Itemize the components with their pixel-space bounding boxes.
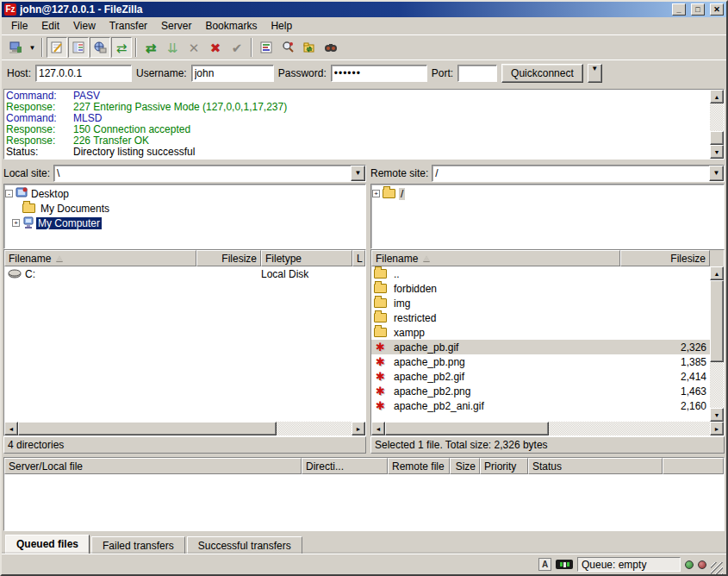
file-row[interactable]: img	[371, 296, 710, 310]
toggle-log-button[interactable]	[47, 37, 67, 58]
column-header-filename[interactable]: Filename	[371, 250, 620, 266]
scroll-right-button[interactable]: ►	[710, 422, 724, 435]
scroll-thumb[interactable]	[385, 422, 549, 435]
queue-body[interactable]	[4, 474, 724, 530]
scroll-thumb[interactable]	[18, 422, 277, 435]
column-header-size[interactable]: Size	[450, 458, 480, 474]
sync-browsing-button[interactable]	[299, 37, 320, 58]
menu-item-view[interactable]: View	[67, 18, 102, 34]
message-log[interactable]: Command:PASV Response:227 Entering Passi…	[4, 90, 710, 159]
local-site-combo[interactable]: \ ▼	[53, 165, 366, 182]
scroll-down-button[interactable]: ▼	[710, 145, 724, 159]
chevron-down-icon[interactable]: ▼	[351, 166, 365, 181]
tree-item-root[interactable]: + /	[372, 186, 723, 201]
log-vertical-scrollbar[interactable]: ▲ ▼	[710, 90, 724, 159]
compare-button[interactable]	[277, 37, 298, 58]
remote-tree[interactable]: + /	[370, 184, 725, 249]
tab-failed-transfers[interactable]: Failed transfers	[91, 536, 185, 554]
local-horizontal-scrollbar[interactable]: ◄ ►	[4, 422, 365, 435]
scroll-right-button[interactable]: ►	[352, 422, 365, 435]
scroll-thumb[interactable]	[710, 131, 724, 145]
file-row[interactable]: ✱apache_pb2.png1,463	[371, 384, 710, 398]
site-manager-button[interactable]	[5, 37, 26, 58]
scroll-up-button[interactable]: ▲	[710, 266, 724, 280]
chevron-down-icon[interactable]: ▼	[709, 166, 724, 181]
remote-site-combo[interactable]: / ▼	[432, 165, 725, 182]
toggle-queue-button[interactable]: ⇄	[111, 37, 132, 58]
column-header-server-local-file[interactable]: Server/Local file	[4, 458, 302, 474]
filter-button[interactable]	[256, 37, 277, 58]
local-list-body[interactable]: C: Local Disk	[4, 266, 365, 422]
tree-item-desktop[interactable]: - Desktop	[5, 186, 364, 201]
scroll-left-button[interactable]: ◄	[4, 422, 18, 435]
scroll-left-button[interactable]: ◄	[371, 422, 385, 435]
remote-list-body[interactable]: .. forbidden img restricted xampp ✱apach…	[371, 266, 710, 422]
scroll-track[interactable]	[710, 103, 724, 131]
scroll-track[interactable]	[549, 422, 710, 435]
scroll-thumb[interactable]	[710, 280, 724, 362]
titlebar[interactable]: Fz john@127.0.0.1 - FileZilla _ □ ✕	[2, 2, 726, 17]
tree-item-my-computer[interactable]: + My Computer	[5, 216, 364, 230]
file-row[interactable]: ✱apache_pb2_ani.gif2,160	[371, 398, 710, 413]
remote-vertical-scrollbar[interactable]: ▲ ▼	[710, 266, 724, 422]
file-row[interactable]: ..	[371, 266, 710, 281]
minimize-button[interactable]: _	[672, 3, 686, 16]
collapse-icon[interactable]: -	[5, 190, 13, 197]
maximize-button[interactable]: □	[691, 3, 705, 16]
file-row[interactable]: xampp	[371, 325, 710, 340]
column-header-status[interactable]: Status	[528, 458, 663, 474]
scroll-down-button[interactable]: ▼	[710, 408, 724, 422]
file-row[interactable]: forbidden	[371, 281, 710, 296]
menu-item-help[interactable]: Help	[264, 18, 298, 34]
password-input[interactable]	[331, 65, 427, 82]
column-header-priority[interactable]: Priority	[480, 458, 528, 474]
column-header-remote-file[interactable]: Remote file	[388, 458, 450, 474]
file-row-selected[interactable]: ✱apache_pb.gif2,326	[371, 340, 710, 354]
expand-icon[interactable]: +	[372, 190, 380, 197]
toggle-local-tree-button[interactable]	[68, 37, 89, 58]
menu-item-edit[interactable]: Edit	[35, 18, 65, 34]
refresh-button[interactable]: ⇄	[140, 37, 161, 58]
speed-limits-icon[interactable]	[556, 560, 573, 569]
quickconnect-dropdown-button[interactable]: ▼	[588, 64, 602, 83]
expand-icon[interactable]: +	[12, 219, 20, 227]
column-header-filesize[interactable]: Filesize	[620, 250, 710, 266]
scroll-track[interactable]	[277, 422, 352, 435]
reconnect-button[interactable]: ✔	[227, 37, 247, 58]
tab-successful-transfers[interactable]: Successful transfers	[187, 536, 302, 554]
menu-item-file[interactable]: File	[5, 18, 34, 34]
local-tree[interactable]: - Desktop My Documents + My Computer	[3, 184, 366, 249]
remote-horizontal-scrollbar[interactable]: ◄ ►	[371, 422, 724, 435]
find-button[interactable]	[320, 37, 341, 58]
tree-item-my-documents[interactable]: My Documents	[5, 201, 364, 216]
username-input[interactable]	[191, 65, 274, 82]
quickconnect-button[interactable]: Quickconnect	[501, 64, 583, 83]
tab-queued-files[interactable]: Queued files	[5, 535, 90, 554]
host-input[interactable]	[35, 65, 132, 82]
resize-grip[interactable]	[711, 562, 723, 574]
port-input[interactable]	[457, 65, 497, 82]
scroll-track[interactable]	[710, 362, 724, 408]
column-header-filename[interactable]: Filename	[4, 250, 196, 266]
column-header-direction[interactable]: Directi...	[302, 458, 388, 474]
remote-file-list[interactable]: Filename Filesize .. forbidden img restr…	[370, 249, 725, 436]
file-row[interactable]: ✱apache_pb2.gif2,414	[371, 369, 710, 384]
file-row[interactable]: restricted	[371, 310, 710, 325]
menu-item-transfer[interactable]: Transfer	[103, 18, 153, 34]
file-row[interactable]: ✱apache_pb.png1,385	[371, 354, 710, 369]
local-file-list[interactable]: Filename Filesize Filetype L C: Local Di…	[3, 249, 366, 436]
disconnect-button[interactable]: ✖	[205, 37, 226, 58]
cancel-button[interactable]: ✕	[184, 37, 204, 58]
close-button[interactable]: ✕	[710, 3, 724, 16]
menu-item-server[interactable]: Server	[155, 18, 197, 34]
column-header-last-modified[interactable]: L	[352, 250, 365, 266]
toggle-remote-tree-button[interactable]	[90, 37, 110, 58]
process-queue-button[interactable]: ⇊	[162, 37, 183, 58]
menu-item-bookmarks[interactable]: Bookmarks	[199, 18, 263, 34]
file-row-c-drive[interactable]: C: Local Disk	[4, 266, 365, 281]
site-manager-dropdown-button[interactable]: ▼	[27, 37, 38, 58]
scroll-up-button[interactable]: ▲	[710, 90, 724, 103]
column-header-filesize[interactable]: Filesize	[196, 250, 261, 266]
column-header-filetype[interactable]: Filetype	[261, 250, 352, 266]
transfer-type-icon[interactable]: A	[538, 558, 551, 571]
